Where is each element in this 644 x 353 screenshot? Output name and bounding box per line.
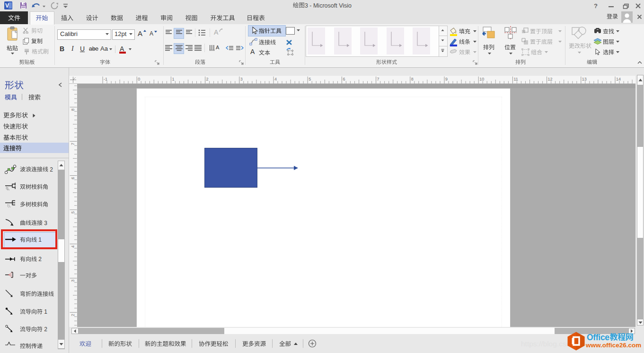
svg-text:3: 3 xyxy=(240,77,243,81)
svg-text:14: 14 xyxy=(616,77,621,81)
svg-text:V: V xyxy=(5,2,9,9)
svg-text:0: 0 xyxy=(138,77,140,81)
svg-text:5: 5 xyxy=(71,211,75,214)
svg-text:7: 7 xyxy=(71,143,75,145)
svg-text:8: 8 xyxy=(71,109,75,111)
svg-text:?: ? xyxy=(594,2,598,9)
svg-text:2: 2 xyxy=(71,314,75,316)
svg-text:-1: -1 xyxy=(104,77,107,81)
svg-text:13: 13 xyxy=(582,77,587,81)
svg-text:2: 2 xyxy=(206,77,209,81)
svg-text:10: 10 xyxy=(479,77,484,81)
svg-text:12: 12 xyxy=(548,77,553,81)
svg-text:9: 9 xyxy=(445,77,448,81)
svg-text:5: 5 xyxy=(309,77,311,81)
svg-text:8: 8 xyxy=(411,77,414,81)
svg-text:7: 7 xyxy=(377,77,379,81)
svg-text:4: 4 xyxy=(71,245,75,248)
svg-text:1: 1 xyxy=(172,77,174,81)
svg-text:11: 11 xyxy=(513,77,518,81)
svg-text:6: 6 xyxy=(71,177,75,180)
svg-text:4: 4 xyxy=(274,77,277,81)
svg-text:6: 6 xyxy=(343,77,345,81)
svg-text:A: A xyxy=(216,45,220,50)
svg-text:3: 3 xyxy=(71,280,75,282)
